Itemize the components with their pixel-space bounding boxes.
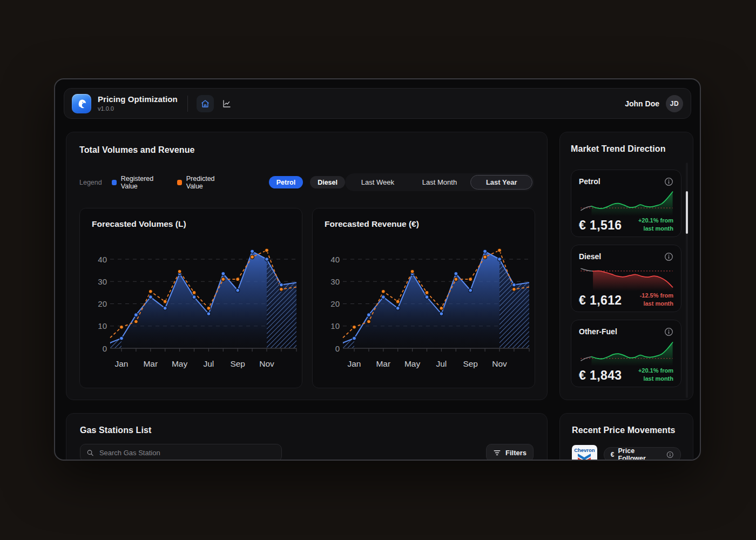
volumes-revenue-panel: Total Volumes and Revenue Legend Registe… bbox=[66, 132, 548, 400]
home-icon bbox=[200, 99, 210, 109]
tab-last-week[interactable]: Last Week bbox=[347, 175, 409, 190]
market-card-other-fuel: Other-Fuel € 1,843 +20.1% from last mont… bbox=[571, 320, 681, 387]
svg-text:20: 20 bbox=[98, 299, 107, 308]
legend-predicted-label: Predicted Value bbox=[186, 175, 229, 190]
info-icon[interactable] bbox=[664, 327, 673, 336]
forecasted-revenue-title: Forecasted Revenue (€) bbox=[325, 219, 535, 229]
forecasted-volumes-chart: 010203040JanMarMayJulSepNov bbox=[92, 233, 303, 389]
search-icon bbox=[86, 449, 94, 457]
forecasted-revenue-card: Forecasted Revenue (€) 010203040JanMarMa… bbox=[312, 208, 535, 388]
other-fuel-sparkline bbox=[579, 339, 674, 366]
analytics-nav-button[interactable] bbox=[218, 95, 235, 112]
header-divider bbox=[187, 96, 188, 112]
app-title-block: Pricing Optimization v1.0.0 bbox=[98, 95, 178, 112]
user-name: John Doe bbox=[625, 99, 659, 108]
legend-item-predicted: Predicted Value bbox=[177, 175, 229, 190]
svg-text:0: 0 bbox=[335, 344, 340, 353]
svg-text:May: May bbox=[172, 359, 188, 368]
forecasted-volumes-title: Forecasted Volumes (L) bbox=[92, 219, 302, 229]
market-card-name: Diesel bbox=[579, 252, 601, 261]
app-title: Pricing Optimization bbox=[98, 95, 178, 104]
petrol-price: € 1,516 bbox=[579, 218, 622, 233]
market-trend-title: Market Trend Direction bbox=[571, 144, 682, 154]
forecasted-revenue-chart: 010203040JanMarMayJulSepNov bbox=[325, 233, 536, 389]
info-icon[interactable] bbox=[664, 252, 673, 261]
svg-text:Mar: Mar bbox=[376, 359, 390, 368]
petrol-sparkline bbox=[579, 189, 674, 216]
app-header: Pricing Optimization v1.0.0 John Doe JD bbox=[64, 88, 691, 119]
svg-text:10: 10 bbox=[330, 321, 340, 330]
svg-text:Sep: Sep bbox=[230, 359, 245, 368]
app-logo-icon bbox=[72, 94, 91, 113]
svg-text:40: 40 bbox=[330, 255, 340, 264]
legend-registered-label: Registered Value bbox=[121, 175, 167, 190]
other-fuel-price: € 1,843 bbox=[579, 368, 622, 383]
svg-text:0: 0 bbox=[103, 344, 107, 353]
chevron-stripes-icon bbox=[577, 453, 591, 461]
diesel-sparkline bbox=[579, 264, 674, 291]
gas-stations-title: Gas Stations List bbox=[80, 426, 534, 435]
market-scrollbar-thumb[interactable] bbox=[686, 191, 688, 234]
legend-label: Legend bbox=[79, 179, 102, 186]
charts-row: Forecasted Volumes (L) 010203040JanMarMa… bbox=[79, 208, 534, 388]
home-nav-button[interactable] bbox=[197, 95, 214, 112]
gas-stations-toolbar: Filters bbox=[80, 444, 534, 461]
svg-text:Sep: Sep bbox=[463, 359, 478, 368]
svg-text:Jan: Jan bbox=[115, 359, 129, 368]
legend-item-registered: Registered Value bbox=[112, 175, 167, 190]
market-card-diesel: Diesel € 1,612 -12.5% from last month bbox=[571, 245, 681, 312]
time-range-tabs: Last Week Last Month Last Year bbox=[345, 173, 534, 191]
price-follower-badge[interactable]: € Price Follower bbox=[604, 447, 681, 461]
svg-text:30: 30 bbox=[98, 277, 107, 286]
chart-legend: Legend Registered Value Predicted Value bbox=[79, 175, 229, 190]
market-cards: Petrol € 1,516 +20.1% from last month bbox=[571, 170, 682, 387]
price-movements-panel: Recent Price Movements Chevron € Price F… bbox=[559, 413, 693, 461]
registered-swatch bbox=[112, 180, 117, 185]
filters-label: Filters bbox=[505, 449, 526, 457]
euro-icon: € bbox=[611, 451, 615, 458]
market-card-name: Petrol bbox=[579, 177, 600, 186]
app-version: v1.0.0 bbox=[98, 105, 178, 112]
svg-text:40: 40 bbox=[98, 255, 107, 264]
svg-text:Jan: Jan bbox=[348, 359, 361, 368]
dashboard-content: Total Volumes and Revenue Legend Registe… bbox=[55, 119, 700, 461]
gas-stations-panel: Gas Stations List Filters bbox=[66, 413, 548, 461]
tab-last-year[interactable]: Last Year bbox=[470, 175, 532, 190]
fuel-toggle-diesel[interactable]: Diesel bbox=[310, 176, 345, 188]
svg-text:Nov: Nov bbox=[492, 359, 507, 368]
search-gas-station-input[interactable] bbox=[98, 448, 275, 457]
market-trend-panel: Market Trend Direction Petrol € 1,516 bbox=[559, 132, 693, 400]
filters-button[interactable]: Filters bbox=[486, 444, 534, 461]
user-menu[interactable]: John Doe JD bbox=[625, 95, 683, 112]
price-follower-label: Price Follower bbox=[618, 447, 663, 461]
svg-text:10: 10 bbox=[98, 321, 107, 330]
search-gas-station-box[interactable] bbox=[80, 444, 282, 461]
diesel-change: -12.5% from last month bbox=[631, 292, 673, 308]
volumes-section-title: Total Volumes and Revenue bbox=[79, 145, 534, 155]
avatar[interactable]: JD bbox=[666, 95, 683, 112]
svg-text:20: 20 bbox=[330, 299, 340, 308]
info-icon[interactable] bbox=[664, 177, 673, 186]
fuel-toggle: Petrol Diesel bbox=[269, 176, 345, 188]
fuel-toggle-petrol[interactable]: Petrol bbox=[269, 176, 303, 188]
svg-text:Nov: Nov bbox=[259, 359, 274, 368]
app-window: Pricing Optimization v1.0.0 John Doe JD … bbox=[54, 78, 701, 461]
svg-text:May: May bbox=[404, 359, 421, 368]
chart-controls-row: Legend Registered Value Predicted Value … bbox=[79, 173, 534, 191]
svg-text:Jul: Jul bbox=[203, 359, 214, 368]
other-fuel-change: +20.1% from last month bbox=[631, 367, 673, 383]
diesel-price: € 1,612 bbox=[579, 293, 622, 308]
predicted-swatch bbox=[177, 180, 182, 185]
market-scrollbar-track[interactable] bbox=[686, 163, 688, 398]
filter-icon bbox=[493, 449, 501, 456]
forecasted-volumes-card: Forecasted Volumes (L) 010203040JanMarMa… bbox=[79, 208, 302, 388]
svg-text:Jul: Jul bbox=[436, 359, 447, 368]
svg-text:Mar: Mar bbox=[143, 359, 158, 368]
info-icon bbox=[666, 451, 674, 458]
price-movements-title: Recent Price Movements bbox=[572, 426, 681, 435]
lion-logo-glyph bbox=[76, 98, 87, 110]
chevron-brand-logo: Chevron bbox=[572, 445, 597, 461]
chevron-brand-name: Chevron bbox=[574, 448, 595, 453]
market-card-name: Other-Fuel bbox=[579, 327, 617, 336]
tab-last-month[interactable]: Last Month bbox=[409, 175, 471, 190]
